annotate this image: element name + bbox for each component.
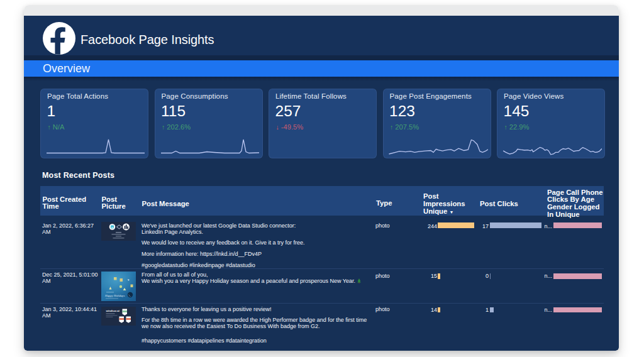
svg-text:Happy Holidays: Happy Holidays — [104, 294, 125, 297]
svg-text:windsor.ai: windsor.ai — [106, 309, 119, 312]
svg-text:in: in — [111, 226, 113, 229]
